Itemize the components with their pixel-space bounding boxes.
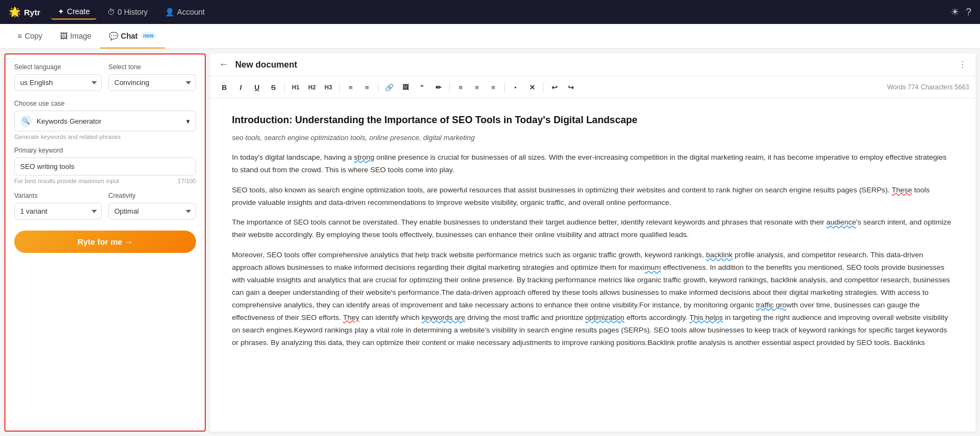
align-left-button[interactable]: ≡ xyxy=(453,80,468,95)
editor-toolbar: B I U S H1 H2 H3 ≡ ≡ 🔗 🖼 " ✏ ≡ ≡ ≡ ▪ ✕ ↩… xyxy=(210,76,976,99)
editor-content[interactable]: Introduction: Understanding the Importan… xyxy=(210,99,976,432)
toolbar-sep-4 xyxy=(449,82,450,93)
toolbar-sep-6 xyxy=(543,82,543,93)
create-icon: ✦ xyxy=(58,7,64,16)
theme-toggle-icon[interactable]: ☀ xyxy=(951,6,959,18)
paragraph-1: In today's digital landscape, having a s… xyxy=(232,152,954,177)
more-options-icon[interactable]: ⋮ xyxy=(958,59,967,70)
language-select[interactable]: us English uk English Spanish French xyxy=(14,74,102,91)
nav-history-label: 0 History xyxy=(118,8,148,16)
h2-button[interactable]: H2 xyxy=(304,80,320,95)
table-button[interactable]: ▪ xyxy=(508,80,523,95)
tab-chat[interactable]: 💬 Chat new xyxy=(100,24,166,49)
account-icon: 👤 xyxy=(165,8,174,16)
keyword-input-footer: For best results provide maximum input 1… xyxy=(14,178,196,184)
toolbar-sep-5 xyxy=(504,82,505,93)
variants-field: Variants 1 variant 2 variants 3 variants xyxy=(14,192,102,220)
editor-area: ← New document ⋮ B I U S H1 H2 H3 ≡ ≡ 🔗 … xyxy=(210,53,976,432)
use-case-hint: Generate keywords and related phrases xyxy=(14,134,196,140)
lang-tone-group: Select language us English uk English Sp… xyxy=(14,63,196,91)
variants-label: Variants xyxy=(14,192,102,199)
use-case-left: 🔍 Keywords Generator xyxy=(20,115,101,127)
brand-logo[interactable]: 🌟 Rytr xyxy=(9,6,40,18)
use-case-select[interactable]: 🔍 Keywords Generator ▾ xyxy=(14,111,196,131)
use-case-icon: 🔍 xyxy=(20,115,32,127)
tone-field: Select tone Convincing Formal Casual Hum… xyxy=(108,63,196,91)
these-text: These xyxy=(892,186,912,194)
image-insert-button[interactable]: 🖼 xyxy=(398,80,413,95)
editor-header: ← New document ⋮ xyxy=(210,53,976,76)
align-center-button[interactable]: ≡ xyxy=(469,80,485,95)
h1-button[interactable]: H1 xyxy=(288,80,303,95)
toolbar-sep-2 xyxy=(339,82,340,93)
primary-keyword-section: Primary keyword For best results provide… xyxy=(14,147,196,184)
char-count-display: Characters 5663 xyxy=(921,83,969,91)
italic-button[interactable]: I xyxy=(233,80,248,95)
brand-icon: 🌟 xyxy=(9,6,21,18)
copy-menu-icon: ≡ xyxy=(17,32,22,40)
they-text: They xyxy=(343,313,359,322)
nav-history[interactable]: ⏱ 0 History xyxy=(101,5,154,19)
audience-text: audience xyxy=(826,218,856,226)
nav-create[interactable]: ✦ Create xyxy=(51,4,96,20)
creativity-field: Creativity Optimal High Max Low xyxy=(108,192,196,220)
sidebar-panel: Select language us English uk English Sp… xyxy=(4,53,206,432)
tone-select[interactable]: Convincing Formal Casual Humorous xyxy=(108,74,196,91)
bold-button[interactable]: B xyxy=(217,80,232,95)
nav-create-label: Create xyxy=(67,7,90,16)
toolbar-sep-3 xyxy=(378,82,378,93)
image-icon: 🖼 xyxy=(60,32,68,40)
primary-keyword-input[interactable] xyxy=(14,158,196,175)
variants-select[interactable]: 1 variant 2 variants 3 variants xyxy=(14,203,102,220)
creativity-label: Creativity xyxy=(108,192,196,199)
chat-icon: 💬 xyxy=(109,32,118,40)
primary-keyword-label: Primary keyword xyxy=(14,147,196,154)
align-right-button[interactable]: ≡ xyxy=(486,80,501,95)
tab-image-label: Image xyxy=(70,32,91,40)
bullet-list-button[interactable]: ≡ xyxy=(343,80,358,95)
nav-right: ☀ ? xyxy=(951,6,971,18)
mum-text: mum xyxy=(645,263,661,271)
nav-account[interactable]: 👤 Account xyxy=(158,5,211,19)
brand-label: Rytr xyxy=(24,8,40,17)
toolbar-sep-1 xyxy=(284,82,285,93)
creativity-select[interactable]: Optimal High Max Low xyxy=(108,203,196,220)
redo-button[interactable]: ↪ xyxy=(563,80,578,95)
use-case-section: Choose use case 🔍 Keywords Generator ▾ xyxy=(14,100,196,131)
highlight-button[interactable]: ✏ xyxy=(431,80,446,95)
use-case-label: Choose use case xyxy=(14,100,196,107)
strikethrough-button[interactable]: S xyxy=(266,80,281,95)
h3-button[interactable]: H3 xyxy=(321,80,336,95)
strong-text: strong xyxy=(354,153,375,161)
history-icon: ⏱ xyxy=(107,8,115,16)
tab-copy[interactable]: ≡ Copy xyxy=(9,24,51,49)
underline-button[interactable]: U xyxy=(249,80,265,95)
ryte-for-me-button[interactable]: Ryte for me → xyxy=(14,231,196,253)
paragraph-2: SEO tools, also known as search engine o… xyxy=(232,184,954,209)
clear-format-button[interactable]: ✕ xyxy=(524,80,540,95)
link-button[interactable]: 🔗 xyxy=(382,80,397,95)
word-char-count: Words 774 Characters 5663 xyxy=(887,83,969,91)
variants-creativity-group: Variants 1 variant 2 variants 3 variants… xyxy=(14,192,196,220)
second-bar: ≡ Copy 🖼 Image 💬 Chat new xyxy=(0,24,980,49)
language-label: Select language xyxy=(14,63,102,71)
chat-badge: new xyxy=(140,32,156,39)
use-case-chevron-icon: ▾ xyxy=(186,117,190,125)
undo-button[interactable]: ↩ xyxy=(547,80,562,95)
this-helps-text: This helps xyxy=(689,313,723,322)
tone-label: Select tone xyxy=(108,63,196,71)
tab-chat-label: Chat xyxy=(121,32,138,40)
paragraph-4: Moreover, SEO tools offer comprehensive … xyxy=(232,249,954,349)
tab-copy-label: Copy xyxy=(24,32,42,40)
main-layout: Select language us English uk English Sp… xyxy=(0,49,980,436)
input-hint: For best results provide maximum input xyxy=(14,178,119,184)
tab-image[interactable]: 🖼 Image xyxy=(51,24,100,49)
back-icon[interactable]: ← xyxy=(219,59,229,70)
nav-account-label: Account xyxy=(177,8,205,16)
help-icon[interactable]: ? xyxy=(966,7,971,18)
backlink-text: backlink xyxy=(706,251,733,259)
quote-button[interactable]: " xyxy=(414,80,430,95)
optimization-text: optimization xyxy=(585,313,624,322)
ryte-btn-label: Ryte for me → xyxy=(77,237,133,246)
ordered-list-button[interactable]: ≡ xyxy=(359,80,375,95)
